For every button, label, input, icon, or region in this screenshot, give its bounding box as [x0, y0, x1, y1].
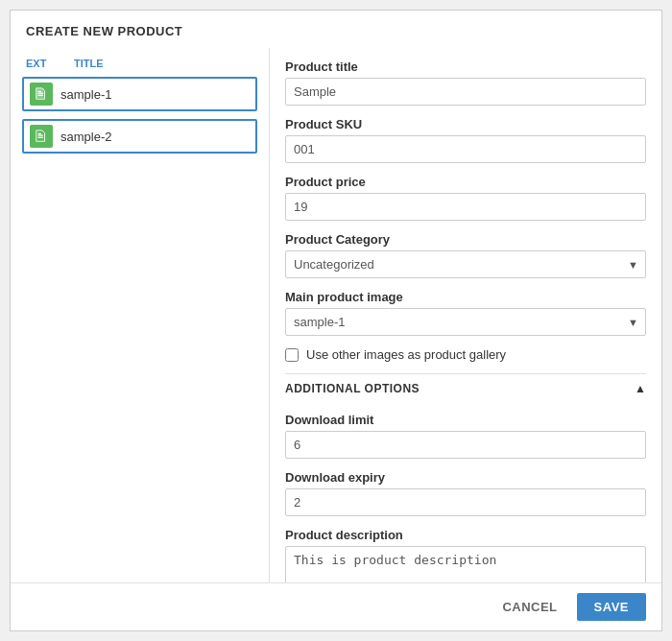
product-price-input[interactable]: [285, 193, 646, 221]
product-description-label: Product description: [285, 528, 646, 542]
file-icon: [30, 83, 53, 106]
download-expiry-input[interactable]: [285, 488, 646, 516]
modal-title: CREATE NEW PRODUCT: [26, 24, 646, 38]
list-item[interactable]: sample-2: [22, 119, 257, 154]
modal-body: EXT TITLE sample-1: [11, 48, 661, 582]
product-category-select[interactable]: Uncategorized Category 1 Category 2: [285, 250, 646, 278]
download-limit-label: Download limit: [285, 413, 646, 427]
col-header-title: TITLE: [74, 58, 253, 69]
product-sku-field: Product SKU: [285, 117, 646, 163]
file-name: sample-1: [60, 87, 111, 102]
download-limit-field: Download limit: [285, 413, 646, 459]
main-image-label: Main product image: [285, 290, 646, 304]
main-image-select-wrapper: sample-1 sample-2 ▼: [285, 308, 646, 336]
modal-footer: CANCEL SAVE: [11, 582, 661, 630]
product-sku-input[interactable]: [285, 135, 646, 163]
product-title-label: Product title: [285, 59, 646, 74]
column-headers: EXT TITLE: [22, 58, 257, 69]
create-product-modal: CREATE NEW PRODUCT EXT TITLE sam: [10, 10, 662, 631]
product-price-label: Product price: [285, 175, 646, 189]
file-icon: [30, 125, 53, 148]
gallery-checkbox-label: Use other images as product gallery: [306, 347, 506, 362]
main-image-field: Main product image sample-1 sample-2 ▼: [285, 290, 646, 336]
list-item[interactable]: sample-1: [22, 77, 257, 111]
product-description-textarea[interactable]: This is product description: [285, 546, 646, 582]
download-expiry-label: Download expiry: [285, 470, 646, 485]
additional-options-title: ADDITIONAL OPTIONS: [285, 382, 420, 395]
download-limit-input[interactable]: [285, 431, 646, 459]
col-header-ext: EXT: [26, 58, 74, 69]
file-name: sample-2: [60, 130, 111, 144]
product-category-label: Product Category: [285, 232, 646, 247]
main-image-select[interactable]: sample-1 sample-2: [285, 308, 646, 336]
modal-header: CREATE NEW PRODUCT: [11, 11, 661, 48]
product-title-field: Product title: [285, 59, 646, 106]
product-sku-label: Product SKU: [285, 117, 646, 131]
product-description-field: Product description This is product desc…: [285, 528, 646, 582]
additional-options-toggle[interactable]: ADDITIONAL OPTIONS ▲: [285, 373, 646, 403]
gallery-checkbox-row: Use other images as product gallery: [285, 347, 646, 362]
file-svg-icon: [35, 87, 48, 101]
product-form-panel: Product title Product SKU Product price …: [270, 48, 661, 582]
product-price-field: Product price: [285, 175, 646, 221]
product-title-input[interactable]: [285, 78, 646, 106]
cancel-button[interactable]: CANCEL: [491, 594, 568, 620]
product-category-select-wrapper: Uncategorized Category 1 Category 2 ▼: [285, 250, 646, 278]
gallery-checkbox[interactable]: [285, 348, 299, 362]
download-expiry-field: Download expiry: [285, 470, 646, 516]
chevron-up-icon: ▲: [635, 382, 646, 395]
file-list-panel: EXT TITLE sample-1: [11, 48, 270, 582]
file-svg-icon: [35, 130, 48, 143]
product-category-field: Product Category Uncategorized Category …: [285, 232, 646, 278]
save-button[interactable]: SAVE: [577, 593, 646, 621]
